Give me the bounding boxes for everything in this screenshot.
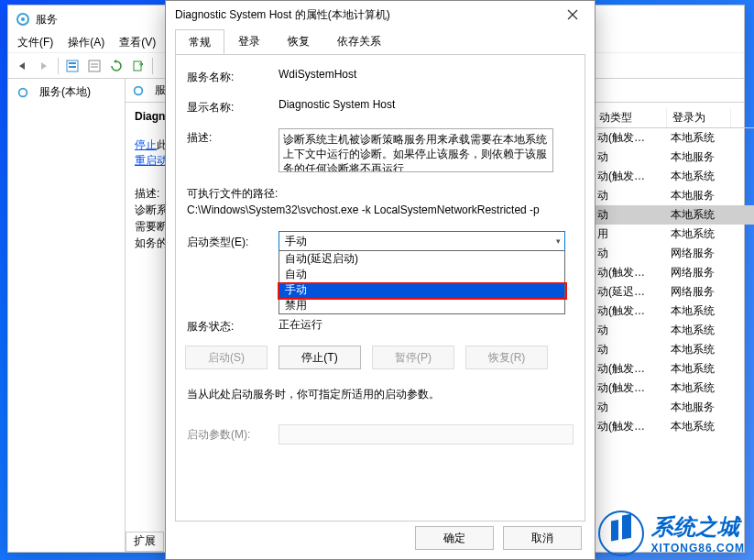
svg-point-9: [19, 88, 27, 96]
close-icon: [567, 9, 578, 20]
services-icon: [16, 12, 30, 27]
svg-rect-3: [69, 62, 76, 64]
cancel-button[interactable]: 取消: [503, 526, 582, 550]
table-row[interactable]: 动(延迟…网络服务: [594, 282, 754, 302]
cell-logon-as: 本地服务: [671, 149, 735, 165]
value-service-status: 正在运行: [279, 317, 322, 335]
list-view-icon[interactable]: [62, 56, 82, 76]
cell-startup-type: 动(触发…: [597, 169, 671, 184]
properties-dialog: Diagnostic System Host 的属性(本地计算机) 常规 登录 …: [165, 0, 596, 560]
cell-startup-type: 动: [597, 342, 671, 357]
cell-logon-as: 本地服务: [671, 400, 735, 415]
svg-point-10: [135, 86, 143, 94]
col-startup-type[interactable]: 动类型: [594, 108, 667, 127]
services-list-fragment: 动类型 登录为 动(触发…本地系统动本地服务动(触发…本地系统动本地服务动本地系…: [594, 108, 754, 560]
table-row[interactable]: 动(触发…本地系统: [594, 359, 754, 379]
table-row[interactable]: 动本地服务: [594, 398, 754, 417]
cell-startup-type: 动(触发…: [597, 303, 671, 319]
dialog-body: 服务名称: WdiSystemHost 显示名称: Diagnostic Sys…: [175, 54, 585, 522]
cell-startup-type: 动(触发…: [597, 265, 671, 280]
tab-general[interactable]: 常规: [175, 29, 224, 55]
tab-extended[interactable]: 扩展: [126, 532, 164, 552]
resume-button: 恢复(R): [465, 346, 548, 369]
watermark-logo-icon: [598, 511, 644, 556]
dialog-tabs: 常规 登录 恢复 依存关系: [166, 28, 595, 54]
combo-selected: 手动: [285, 234, 307, 249]
value-display-name: Diagnostic System Host: [279, 98, 574, 111]
bottom-tabs: 扩展: [126, 532, 164, 552]
table-row[interactable]: 用本地系统: [594, 225, 754, 244]
table-row[interactable]: 动(触发…网络服务: [594, 263, 754, 282]
cell-logon-as: 本地系统: [671, 207, 735, 223]
tab-logon[interactable]: 登录: [224, 28, 274, 54]
detail-view-icon[interactable]: [84, 56, 104, 76]
option-manual[interactable]: 手动: [279, 282, 564, 298]
startup-type-combobox[interactable]: 手动 ▾ 自动(延迟启动) 自动 手动 禁用: [279, 231, 565, 251]
label-startup-params: 启动参数(M):: [187, 427, 279, 443]
table-row[interactable]: 动本地服务: [594, 186, 754, 205]
export-icon[interactable]: [128, 56, 148, 76]
cell-logon-as: 本地服务: [671, 188, 735, 203]
startup-params-input: [279, 424, 574, 445]
svg-rect-5: [89, 60, 100, 71]
nav-services-local[interactable]: 服务(本地): [12, 82, 121, 102]
col-logon-as[interactable]: 登录为: [667, 108, 731, 127]
table-row[interactable]: 动本地系统: [594, 340, 754, 359]
label-display-name: 显示名称:: [187, 98, 279, 115]
option-disabled[interactable]: 禁用: [279, 298, 564, 313]
ok-button[interactable]: 确定: [415, 526, 494, 550]
close-button[interactable]: [552, 2, 593, 27]
cell-startup-type: 动: [597, 188, 671, 203]
left-nav-panel: 服务(本地): [8, 79, 126, 552]
cell-logon-as: 本地系统: [671, 303, 735, 319]
option-auto[interactable]: 自动: [279, 267, 564, 282]
list-header: 动类型 登录为: [594, 108, 754, 128]
option-auto-delayed[interactable]: 自动(延迟启动): [279, 251, 564, 267]
svg-point-13: [599, 511, 643, 555]
cell-startup-type: 动(触发…: [597, 380, 671, 396]
label-exe-path: 可执行文件的路径:: [187, 185, 574, 202]
cell-startup-type: 动(延迟…: [597, 284, 671, 300]
svg-rect-4: [69, 66, 76, 68]
table-row[interactable]: 动网络服务: [594, 244, 754, 263]
cell-logon-as: 本地系统: [671, 342, 735, 357]
table-row[interactable]: 动(触发…本地系统: [594, 128, 754, 148]
svg-rect-15: [622, 514, 631, 540]
gear-icon: [131, 83, 146, 98]
chevron-down-icon: ▾: [556, 236, 561, 246]
menu-view[interactable]: 查看(V): [114, 33, 161, 52]
restart-link[interactable]: 重启动: [135, 154, 168, 167]
dialog-title: Diagnostic System Host 的属性(本地计算机): [175, 7, 390, 23]
back-button[interactable]: [12, 56, 32, 76]
cell-logon-as: 网络服务: [671, 265, 735, 280]
cell-startup-type: 动(触发…: [597, 130, 671, 146]
gear-icon: [16, 85, 30, 100]
pause-button: 暂停(P): [372, 346, 454, 369]
svg-rect-14: [611, 520, 618, 541]
tab-recovery[interactable]: 恢复: [274, 28, 323, 54]
cell-startup-type: 动: [597, 246, 671, 261]
tab-dependencies[interactable]: 依存关系: [323, 28, 395, 54]
table-row[interactable]: 动(触发…本地系统: [594, 167, 754, 186]
table-row[interactable]: 动(触发…本地系统: [594, 302, 754, 321]
table-row[interactable]: 动(触发…本地系统: [594, 379, 754, 398]
main-title: 服务: [36, 12, 58, 27]
stop-button[interactable]: 停止(T): [279, 346, 361, 369]
cell-startup-type: 动: [597, 207, 671, 223]
menu-action[interactable]: 操作(A): [62, 33, 110, 52]
table-row[interactable]: 动(触发…本地系统: [594, 417, 754, 436]
watermark-title: 系统之城: [651, 512, 745, 542]
table-row[interactable]: 动本地系统: [594, 205, 754, 225]
watermark: 系统之城 XITONG86.COM: [598, 511, 745, 556]
forward-button[interactable]: [34, 56, 54, 76]
label-description: 描述:: [187, 128, 279, 146]
cell-startup-type: 动: [597, 149, 671, 165]
watermark-url: XITONG86.COM: [651, 542, 745, 555]
stop-link[interactable]: 停止: [135, 138, 157, 151]
description-box[interactable]: 诊断系统主机被诊断策略服务用来承载需要在本地系统上下文中运行的诊断。如果停止该服…: [279, 128, 553, 172]
refresh-icon[interactable]: [106, 56, 126, 76]
table-row[interactable]: 动本地服务: [594, 148, 754, 167]
cell-logon-as: 本地系统: [671, 226, 735, 242]
table-row[interactable]: 动本地系统: [594, 321, 754, 340]
menu-file[interactable]: 文件(F): [12, 33, 59, 52]
